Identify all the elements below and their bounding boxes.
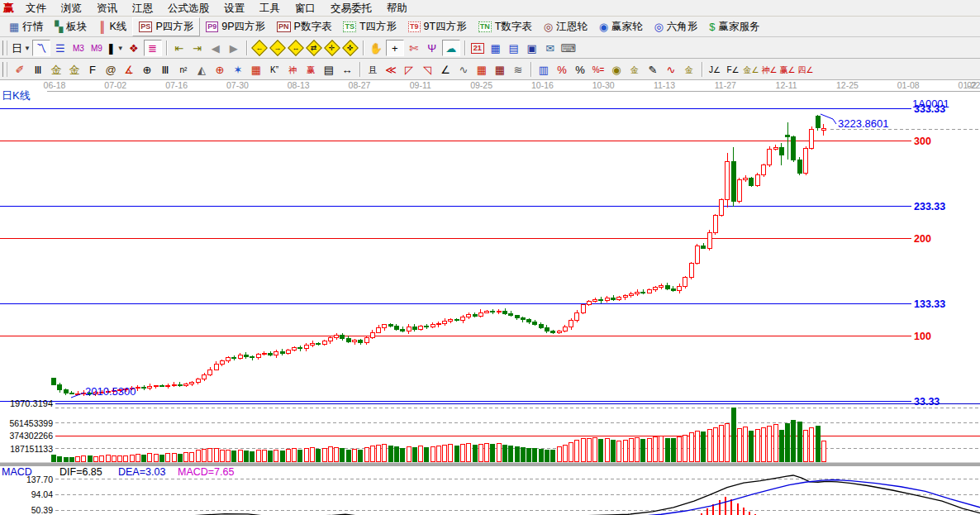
calendar-icon[interactable]: 21 [469, 40, 486, 56]
hexagon-button[interactable]: ◎六角形 [648, 18, 703, 36]
wave-band-tool[interactable]: ∿ [663, 61, 679, 78]
price-grid-arrow-tool[interactable]: ▦ [492, 61, 508, 78]
p-square-button[interactable]: PSP四方形 [132, 17, 200, 36]
p-number-button[interactable]: PNP数字表 [271, 18, 337, 36]
shift-right-icon[interactable]: → [269, 40, 286, 56]
info-list-icon[interactable]: ☰ [52, 40, 69, 56]
gann-shape-tool[interactable]: Ψ [424, 40, 440, 56]
parallel-lines-tool[interactable]: ≋ [510, 61, 526, 78]
skip-start-icon[interactable]: ⇤ [171, 40, 188, 56]
menu-item-帮助[interactable]: 帮助 [379, 0, 415, 17]
t-number-button[interactable]: TNT数字表 [473, 18, 538, 36]
trend-pattern-icon[interactable]: 〽 [32, 40, 50, 56]
angle-lines-tool[interactable]: ∠ [437, 61, 454, 78]
toolbar-gripper[interactable] [2, 41, 7, 55]
four-angle-tool[interactable]: 四∠ [797, 61, 814, 78]
period-day-button-dropdown-arrow[interactable]: ▼ [24, 43, 31, 54]
expand-all-icon[interactable]: ✛ [324, 40, 340, 56]
candle-style-button-dropdown-arrow[interactable]: ▼ [117, 43, 124, 54]
menu-item-窗口[interactable]: 窗口 [288, 0, 323, 17]
menu-item-文件[interactable]: 文件 [18, 0, 54, 17]
t-square-button[interactable]: TST四方形 [337, 18, 402, 36]
net-box-tool[interactable]: ▦ [248, 61, 264, 78]
price-grid-tool[interactable]: ▦ [473, 61, 490, 78]
wave-9-icon[interactable]: M9 [88, 40, 105, 56]
menu-item-资讯[interactable]: 资讯 [89, 0, 125, 17]
gold-lines-tool[interactable]: 金 [626, 61, 643, 78]
f-grid-tool[interactable]: F [84, 61, 101, 78]
crosshair-tool[interactable]: + [386, 40, 404, 56]
chart-area[interactable]: 06-1807-0207-1607-3008-1308-2709-1109-25… [0, 80, 980, 515]
menu-item-公式选股[interactable]: 公式选股 [160, 0, 216, 17]
menu-item-设置[interactable]: 设置 [216, 0, 252, 17]
time-grid-tool[interactable]: Ⅲ [157, 61, 174, 78]
mirror-tool[interactable]: ◭ [193, 61, 210, 78]
gold-grid2-tool[interactable]: 金 [66, 61, 83, 78]
spiral-tool[interactable]: @ [102, 61, 119, 78]
gold-grid-tool[interactable]: 金 [48, 61, 64, 78]
kline-chart-canvas[interactable]: 06-1807-0207-1607-3008-1308-2709-1109-25… [0, 80, 980, 515]
shen-tool[interactable]: 神 [284, 61, 301, 78]
vertical-grid-tool[interactable]: Ⅲ [30, 61, 46, 78]
span-arrows-tool[interactable]: ↔ [339, 61, 355, 78]
wave-check-tool[interactable]: ∿ [455, 61, 472, 78]
kline-button[interactable]: ║K线 [93, 18, 132, 36]
menu-item-浏览[interactable]: 浏览 [54, 0, 89, 17]
quotes-button[interactable]: ▦行情 [3, 18, 49, 36]
n-square-tool[interactable]: n² [175, 61, 192, 78]
save-icon[interactable]: ▣ [524, 40, 540, 56]
erase-tool[interactable]: ✄ [406, 40, 422, 56]
gold-angle-tool[interactable]: 金∠ [743, 61, 759, 78]
frame-tool[interactable]: 且 [364, 61, 381, 78]
percent-line-tool[interactable]: %= [590, 61, 607, 78]
calculator-icon[interactable]: ▦ [488, 40, 504, 56]
circle-grid-tool[interactable]: ⊕ [139, 61, 155, 78]
percent-retrace-tool[interactable]: % [554, 61, 570, 78]
ying-angle-tool[interactable]: 赢∠ [779, 61, 796, 78]
price-scale-tool[interactable]: ▥ [535, 61, 552, 78]
winner-service-button[interactable]: $赢家服务 [703, 18, 765, 36]
compress-all-icon[interactable]: ✜ [342, 40, 359, 56]
j-angle-tool[interactable]: J∠ [706, 61, 723, 78]
gold-circle-tool[interactable]: ◉ [608, 61, 625, 78]
fan-box-tool[interactable]: ◸ [401, 61, 417, 78]
menu-item-工具[interactable]: 工具 [252, 0, 288, 17]
f-angle-tool[interactable]: F∠ [725, 61, 741, 78]
sectors-button[interactable]: ▚板块 [49, 18, 93, 36]
ying-tool[interactable]: 赢 [302, 61, 319, 78]
step-back-icon[interactable]: ◀ [207, 40, 224, 56]
star-grid-tool[interactable]: ✶ [230, 61, 246, 78]
p9-square-button[interactable]: P99P四方形 [200, 18, 271, 36]
fan-box2-tool[interactable]: ◹ [419, 61, 435, 78]
expand-horizontal-icon[interactable]: ↔ [288, 40, 304, 56]
histogram-icon[interactable]: ≣ [144, 40, 162, 56]
period-day-button[interactable]: 日▼ [12, 40, 31, 56]
remote-pc-icon[interactable]: ⌨ [560, 40, 577, 56]
wave-3-icon[interactable]: M3 [70, 40, 87, 56]
shift-left-icon[interactable]: ← [251, 40, 268, 56]
gann-wheel-button[interactable]: ◎江恩轮 [538, 18, 593, 36]
skip-end-icon[interactable]: ⇥ [189, 40, 206, 56]
arc-compass-tool[interactable]: ∡ [121, 61, 137, 78]
winner-wheel-button[interactable]: ◉赢家轮 [593, 18, 649, 36]
gold-underline-tool[interactable]: 金 [681, 61, 697, 78]
ruler-grid-tool[interactable]: ▤ [321, 61, 337, 78]
compass-tool[interactable]: ✐ [12, 61, 28, 78]
hand-tool[interactable]: ✋ [368, 40, 384, 56]
percent-tool[interactable]: % [572, 61, 588, 78]
t9-square-button[interactable]: T99T四方形 [402, 18, 473, 36]
candle-style-button[interactable]: ❚▼ [107, 40, 124, 56]
target-cross-tool[interactable]: ⊕ [212, 61, 228, 78]
k-quote-tool[interactable]: K” [266, 61, 283, 78]
compress-horizontal-icon[interactable]: ⇄ [306, 40, 322, 56]
menu-item-江恩[interactable]: 江恩 [125, 0, 160, 17]
fan-lines-tool[interactable]: ≪ [383, 61, 399, 78]
send-mail-icon[interactable]: ✉ [542, 40, 559, 56]
menu-item-交易委托[interactable]: 交易委托 [323, 0, 379, 17]
brush-measure-tool[interactable]: ✎ [645, 61, 661, 78]
toolbar-gripper[interactable] [2, 62, 7, 77]
step-forward-icon[interactable]: ▶ [226, 40, 242, 56]
seal-icon[interactable]: ❖ [126, 40, 142, 56]
shen-angle-tool[interactable]: 神∠ [761, 61, 778, 78]
notes-icon[interactable]: ▤ [506, 40, 522, 56]
